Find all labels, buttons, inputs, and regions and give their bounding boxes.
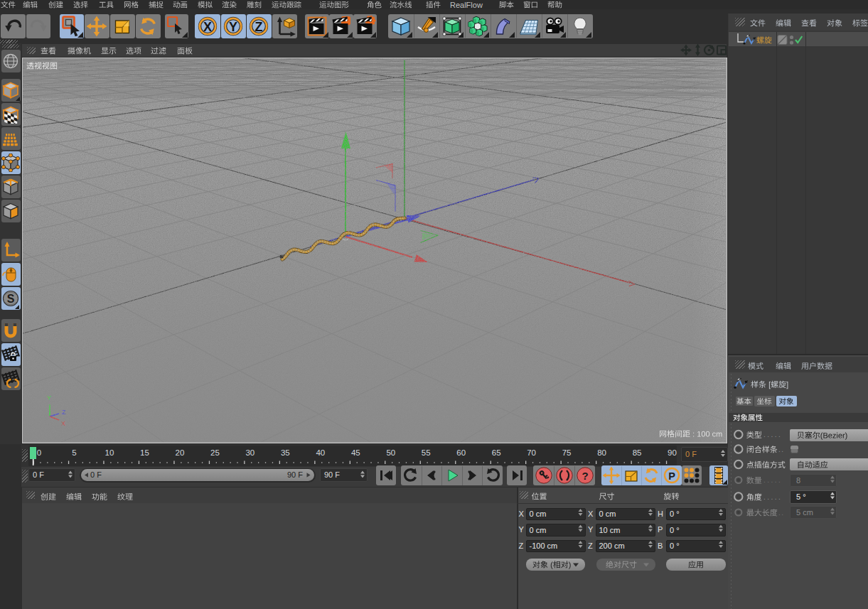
svg-text:P: P — [668, 470, 675, 482]
svg-text:65: 65 — [492, 448, 501, 457]
svg-text:90: 90 — [668, 448, 677, 457]
svg-text:80: 80 — [597, 448, 606, 457]
svg-text:45: 45 — [351, 448, 360, 457]
svg-text:0: 0 — [37, 448, 41, 457]
svg-text:75: 75 — [562, 448, 572, 457]
svg-text:10: 10 — [105, 448, 114, 457]
svg-text:70: 70 — [527, 448, 536, 457]
svg-text:5: 5 — [72, 448, 76, 457]
svg-text:85: 85 — [633, 448, 642, 457]
svg-text:Z: Z — [255, 19, 263, 33]
svg-text:S: S — [7, 293, 15, 305]
svg-text:50: 50 — [386, 448, 395, 457]
svg-text:20: 20 — [176, 448, 185, 457]
svg-text:15: 15 — [140, 448, 149, 457]
svg-text:?: ? — [582, 470, 588, 482]
svg-text:55: 55 — [422, 448, 431, 457]
svg-text:60: 60 — [456, 448, 466, 457]
svg-text:25: 25 — [210, 448, 220, 457]
svg-text:40: 40 — [316, 448, 325, 457]
svg-text:30: 30 — [245, 448, 254, 457]
svg-text:35: 35 — [281, 448, 290, 457]
svg-text:X: X — [203, 19, 212, 33]
svg-text:Y: Y — [229, 19, 237, 33]
